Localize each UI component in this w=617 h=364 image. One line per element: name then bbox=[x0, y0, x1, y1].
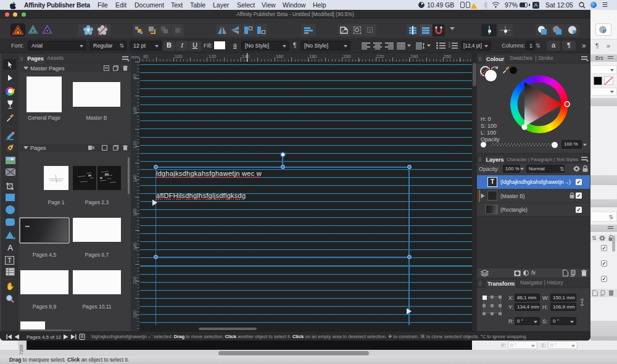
svg-text:2: 2 bbox=[449, 44, 450, 48]
